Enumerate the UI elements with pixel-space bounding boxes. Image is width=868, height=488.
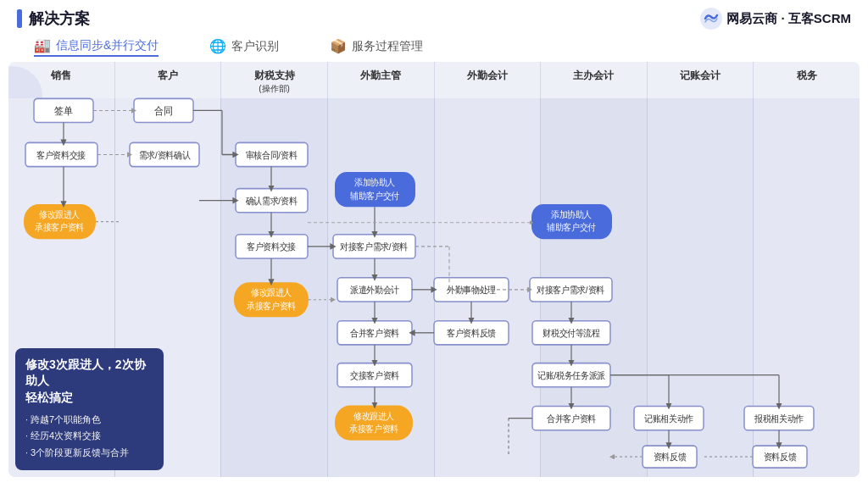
col-header-bookkeeper: 记账会计	[648, 62, 754, 98]
highlight-title: 修改3次跟进人，2次协助人轻松搞定	[25, 357, 153, 407]
highlight-item-1: · 跨越7个职能角色	[25, 412, 153, 429]
tab-info-sync-label: 信息同步&并行交付	[56, 38, 159, 53]
factory-icon: 🏭	[34, 37, 51, 53]
title-accent-bar	[17, 9, 22, 28]
page-title: 解决方案	[29, 8, 90, 29]
col-header-field-mgr: 外勤主管	[328, 62, 435, 98]
columns-header: 销售 客户 财税支持 (操作部) 外勤主管 外勤会计 主办会计 记账会计 税务	[8, 62, 860, 98]
col-header-tax: 税务	[754, 62, 860, 98]
nav-tabs: 🏭 信息同步&并行交付 🌐 客户识别 📦 服务过程管理	[0, 34, 868, 62]
tab-customer-id[interactable]: 🌐 客户识别	[209, 38, 279, 56]
lane-field-acct	[435, 98, 542, 477]
col-header-main-acct: 主办会计	[541, 62, 648, 98]
lane-main-acct	[541, 98, 648, 477]
tab-customer-id-label: 客户识别	[231, 39, 279, 54]
diagram-area: 销售 客户 财税支持 (操作部) 外勤主管 外勤会计 主办会计 记账会计 税务	[8, 62, 860, 477]
highlight-item-3: · 3个阶段更新反馈与合并	[25, 445, 153, 462]
tab-service-mgmt-label: 服务过程管理	[352, 39, 423, 54]
col-header-field-acct: 外勤会计	[435, 62, 542, 98]
lane-finance	[221, 98, 328, 477]
logo-icon	[699, 7, 723, 30]
package-icon: 📦	[330, 38, 347, 54]
tab-service-mgmt[interactable]: 📦 服务过程管理	[330, 38, 423, 56]
svg-point-0	[700, 8, 722, 30]
header-left: 解决方案	[17, 8, 90, 29]
lane-bookkeeper	[648, 98, 754, 477]
tab-info-sync[interactable]: 🏭 信息同步&并行交付	[34, 37, 159, 57]
header: 解决方案 网易云商 · 互客SCRM	[0, 0, 868, 34]
logo-text: 网易云商 · 互客SCRM	[726, 11, 851, 27]
col-header-customer: 客户	[115, 62, 222, 98]
col-header-finance: 财税支持 (操作部)	[221, 62, 328, 98]
lane-field-mgr	[328, 98, 435, 477]
lane-tax	[754, 98, 860, 477]
highlight-box: 修改3次跟进人，2次协助人轻松搞定 · 跨越7个职能角色 · 经历4次资料交接 …	[15, 348, 164, 470]
globe-icon: 🌐	[209, 38, 226, 54]
col-header-sales: 销售	[8, 62, 115, 98]
highlight-item-2: · 经历4次资料交接	[25, 428, 153, 445]
header-logo: 网易云商 · 互客SCRM	[699, 7, 851, 30]
highlight-items: · 跨越7个职能角色 · 经历4次资料交接 · 3个阶段更新反馈与合并	[25, 412, 153, 462]
